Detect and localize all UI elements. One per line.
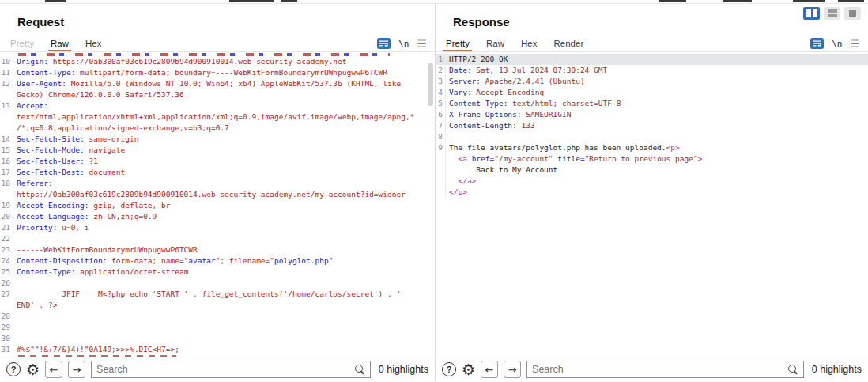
search-icon (354, 364, 365, 375)
code-line: </p> (436, 187, 868, 198)
code-line: 19Accept-Encoding: gzip, deflate, br (0, 200, 435, 211)
code-line: 13Accept: (0, 100, 435, 112)
code-line: text/html,application/xhtml+xml,applicat… (0, 112, 435, 123)
next-match-button[interactable]: → (68, 361, 85, 378)
code-line: 9The file avatars/polyglot.php has been … (436, 142, 868, 153)
code-line: 29 (0, 322, 435, 333)
search-icon (787, 364, 798, 375)
word-wrap-icon[interactable] (810, 38, 824, 49)
tab-hex[interactable]: Hex (519, 39, 539, 51)
request-title: Request (17, 15, 435, 28)
code-line: 23------WebKitFormBoundarymrUWnpugwwP6TC… (0, 244, 435, 255)
tab-raw[interactable]: Raw (484, 39, 507, 51)
code-line: 21Priority: u=0, i (0, 222, 435, 233)
layout-single-button[interactable] (844, 7, 861, 20)
code-line: /*;q=0.8,application/signed-exchange;v=b… (0, 123, 435, 134)
code-line: 15Sec-Fetch-Mode: navigate (0, 145, 435, 156)
search-input[interactable] (532, 364, 787, 375)
code-line: 5Content-Type: text/html; charset=UTF-8 (436, 98, 868, 109)
highlights-count: 0 highlights (810, 364, 862, 375)
tab-pretty[interactable]: Pretty (443, 39, 472, 51)
code-line: 20Accept-Language: zh-CN,zh;q=0.9 (0, 211, 435, 222)
gear-icon[interactable]: ⚙ (462, 362, 475, 377)
newline-toggle[interactable]: \n (832, 39, 842, 49)
code-line: 3Server: Apache/2.4.41 (Ubuntu) (436, 76, 868, 87)
next-match-button[interactable]: → (504, 361, 521, 378)
code-line: 1HTTP/2 200 OK (436, 54, 868, 65)
tab-render[interactable]: Render (552, 39, 587, 51)
code-line: 4Vary: Accept-Encoding (436, 87, 868, 98)
editor-layout-buttons (803, 7, 861, 20)
code-line: 11Content-Type: multipart/form-data; bou… (0, 67, 435, 78)
request-editor[interactable]: 10Origin: https://0ab300af03c619c2809b94… (0, 51, 435, 357)
tab-hex[interactable]: Hex (83, 39, 104, 51)
code-line: 31#%$""!&+7/&)4)!"0A149;>>>%.DIC<H7=>; (0, 344, 435, 355)
code-line: <a href="/my-account" title="Return to p… (436, 153, 868, 165)
help-icon[interactable]: ? (442, 362, 456, 376)
request-scrollbar[interactable] (428, 63, 433, 106)
code-line: 6X-Frame-Options: SAMEORIGIN (436, 109, 868, 120)
request-tab-bar: PrettyRawHex \n ☰ (0, 36, 435, 51)
code-line: 28 (0, 311, 435, 322)
tab-pretty[interactable]: Pretty (8, 39, 36, 51)
clipped-line-top (18, 53, 390, 56)
request-header: Request (0, 4, 435, 36)
request-search-bar: ? ⚙ ← → 0 highlights (0, 357, 435, 381)
code-line: https://0ab300af03c619c2809b94d900910014… (0, 189, 435, 200)
tab-raw[interactable]: Raw (48, 39, 71, 51)
code-line: 14Sec-Fetch-Site: same-origin (0, 134, 435, 145)
code-line: 2Date: Sat, 13 Jul 2024 07:30:24 GMT (436, 65, 868, 76)
code-line: </a> (436, 176, 868, 187)
newline-toggle[interactable]: \n (398, 39, 409, 49)
code-line: Gecko) Chrome/126.0.0.0 Safari/537.36 (0, 89, 435, 100)
editor-menu-icon[interactable]: ☰ (850, 38, 860, 49)
code-line: 22 (0, 233, 435, 244)
clipped-line-bottom (18, 355, 176, 357)
response-editor[interactable]: 1HTTP/2 200 OK2Date: Sat, 13 Jul 2024 07… (436, 51, 868, 357)
code-line: 7Content-Length: 133 (436, 120, 868, 131)
highlights-count: 0 highlights (376, 364, 428, 375)
response-search-bar: ? ⚙ ← → 0 highlights (436, 357, 868, 381)
prev-match-button[interactable]: ← (45, 361, 62, 378)
response-tab-bar: PrettyRawHexRender \n ☰ (436, 36, 868, 51)
code-line: 8 (436, 131, 868, 142)
code-line: END' ; ?> (0, 300, 435, 311)
code-line: 17Sec-Fetch-Dest: document (0, 167, 435, 178)
code-line: 27 JFIF M<?php echo 'START ' . file_get_… (0, 289, 435, 300)
code-line: 24Content-Disposition: form-data; name="… (0, 255, 435, 267)
code-line: 12User-Agent: Mozilla/5.0 (Windows NT 10… (0, 78, 435, 89)
layout-rows-button[interactable] (824, 7, 840, 20)
code-line: 10Origin: https://0ab300af03c619c2809b94… (0, 56, 435, 67)
search-input[interactable] (96, 364, 354, 375)
prev-match-button[interactable]: ← (481, 361, 498, 378)
response-panel: Response PrettyRawHexRender \n ☰ 1HTTP/2… (435, 4, 868, 381)
request-panel: Request PrettyRawHex \n ☰ 10Origin: htt (0, 4, 435, 381)
code-line: 18Referer: (0, 178, 435, 189)
editor-menu-icon[interactable]: ☰ (417, 38, 427, 49)
word-wrap-icon[interactable] (377, 38, 391, 49)
gear-icon[interactable]: ⚙ (26, 362, 40, 377)
code-line: 16Sec-Fetch-User: ?1 (0, 156, 435, 167)
layout-columns-button[interactable] (803, 7, 820, 20)
code-line: 25Content-Type: application/octet-stream (0, 267, 435, 278)
code-line: 30 (0, 333, 435, 344)
code-line: Back to My Account (436, 165, 868, 176)
code-line: 26 (0, 278, 435, 289)
help-icon[interactable]: ? (6, 362, 21, 376)
